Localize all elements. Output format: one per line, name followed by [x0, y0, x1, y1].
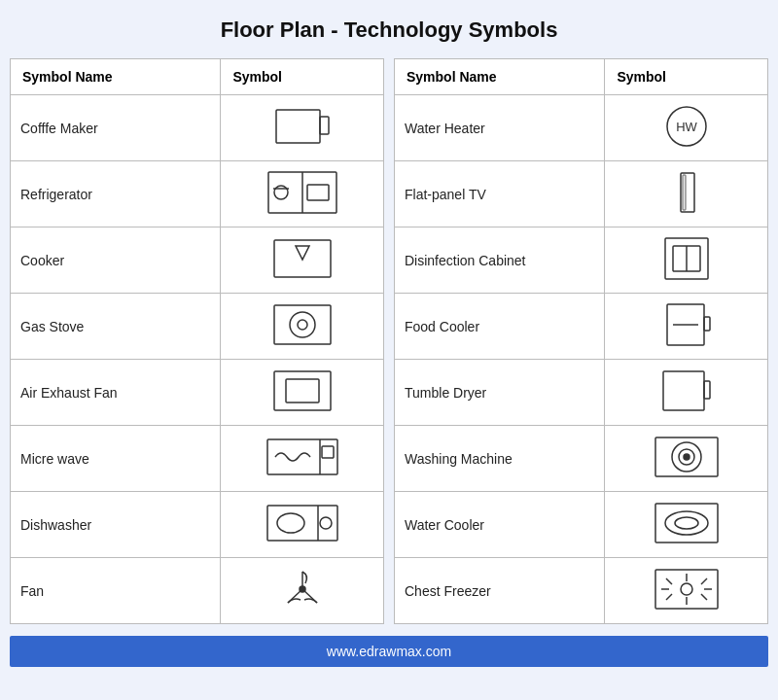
svg-rect-0	[276, 110, 320, 143]
symbol-icon-cell	[605, 426, 768, 492]
svg-point-10	[290, 312, 315, 337]
table-row: Dishwasher	[11, 492, 384, 558]
symbol-icon-cell	[605, 228, 768, 294]
table-row: Micre wave	[11, 426, 384, 492]
svg-point-20	[320, 517, 332, 529]
svg-rect-1	[320, 117, 329, 134]
table-row: Washing Machine	[395, 426, 768, 492]
svg-line-51	[701, 578, 707, 584]
symbol-icon-cell	[605, 161, 768, 228]
svg-rect-9	[274, 305, 331, 344]
symbol-icon-cell	[605, 360, 768, 426]
symbol-icon-cell	[221, 492, 384, 558]
table-row: Flat-panel TV	[395, 161, 768, 228]
table-row: Water Cooler	[395, 492, 768, 558]
svg-point-24	[300, 586, 305, 592]
symbol-icon-cell: HW	[605, 95, 768, 161]
table-row: Gas Stove	[11, 294, 384, 360]
svg-rect-14	[267, 439, 337, 474]
table-row: Air Exhaust Fan	[11, 360, 384, 426]
symbol-name-cell: Tumble Dryer	[395, 360, 605, 426]
svg-rect-13	[286, 379, 319, 402]
svg-line-50	[701, 594, 707, 600]
table-row: Disinfection Cabinet	[395, 228, 768, 294]
symbol-icon-cell	[221, 294, 384, 360]
svg-rect-28	[683, 175, 686, 210]
table-row: Water Heater HW	[395, 95, 768, 161]
symbol-name-cell: Refrigerator	[11, 161, 221, 228]
symbol-name-cell: Chest Freezer	[395, 558, 605, 624]
svg-rect-36	[704, 381, 710, 399]
left-table: Symbol Name Symbol Cofffe Maker Refriger…	[10, 58, 384, 624]
left-header-symbol: Symbol	[221, 59, 384, 95]
svg-rect-16	[322, 446, 334, 458]
symbol-name-cell: Dishwasher	[11, 492, 221, 558]
symbol-icon-cell	[221, 426, 384, 492]
svg-point-4	[274, 186, 288, 199]
tables-wrapper: Symbol Name Symbol Cofffe Maker Refriger…	[10, 58, 768, 624]
symbol-icon-cell	[221, 228, 384, 294]
symbol-icon-cell	[605, 558, 768, 624]
svg-rect-12	[274, 371, 331, 410]
symbol-icon-cell	[605, 294, 768, 360]
symbol-icon-cell	[605, 492, 768, 558]
page-title: Floor Plan - Technology Symbols	[221, 18, 558, 43]
svg-line-52	[666, 594, 672, 600]
symbol-name-cell: Gas Stove	[11, 294, 221, 360]
symbol-name-cell: Cofffe Maker	[11, 95, 221, 161]
symbol-name-cell: Micre wave	[11, 426, 221, 492]
symbol-name-cell: Cooker	[11, 228, 221, 294]
symbol-name-cell: Disinfection Cabinet	[395, 228, 605, 294]
symbol-name-cell: Food Cooler	[395, 294, 605, 360]
table-row: Cofffe Maker	[11, 95, 384, 161]
table-row: Refrigerator	[11, 161, 384, 228]
symbol-icon-cell	[221, 95, 384, 161]
symbol-name-cell: Water Heater	[395, 95, 605, 161]
table-row: Tumble Dryer	[395, 360, 768, 426]
svg-rect-5	[307, 185, 329, 200]
svg-point-11	[298, 320, 307, 330]
footer: www.edrawmax.com	[10, 636, 768, 667]
symbol-name-cell: Water Cooler	[395, 492, 605, 558]
right-header-name: Symbol Name	[395, 59, 605, 95]
symbol-icon-cell	[221, 161, 384, 228]
table-row: Chest Freezer	[395, 558, 768, 624]
svg-rect-35	[663, 371, 704, 410]
svg-marker-8	[296, 246, 309, 260]
symbol-icon-cell	[221, 360, 384, 426]
svg-text:HW: HW	[676, 120, 697, 134]
svg-point-19	[277, 513, 304, 533]
table-row: Food Cooler	[395, 294, 768, 360]
svg-point-53	[681, 583, 692, 595]
symbol-icon-cell	[221, 558, 384, 624]
symbol-name-cell: Flat-panel TV	[395, 161, 605, 228]
svg-rect-33	[704, 317, 710, 331]
left-header-name: Symbol Name	[11, 59, 221, 95]
svg-point-42	[665, 511, 708, 535]
right-table: Symbol Name Symbol Water Heater HW Flat-…	[394, 58, 768, 624]
symbol-name-cell: Washing Machine	[395, 426, 605, 492]
right-header-symbol: Symbol	[605, 59, 768, 95]
svg-point-40	[684, 454, 690, 460]
svg-rect-17	[267, 506, 337, 541]
svg-point-43	[675, 517, 698, 529]
symbol-name-cell: Air Exhaust Fan	[11, 360, 221, 426]
table-row: Fan	[11, 558, 384, 624]
symbol-name-cell: Fan	[11, 558, 221, 624]
table-row: Cooker	[11, 228, 384, 294]
svg-line-49	[666, 578, 672, 584]
